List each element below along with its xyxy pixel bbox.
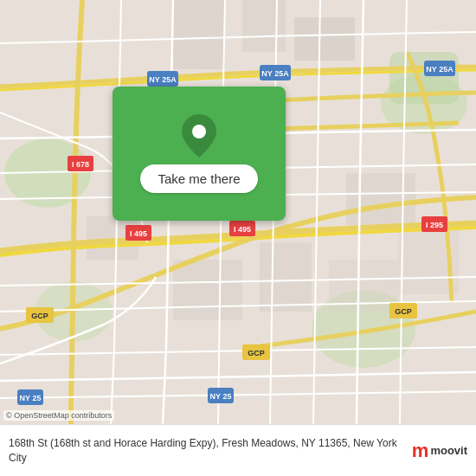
- svg-text:NY 25: NY 25: [210, 392, 232, 401]
- svg-rect-7: [242, 0, 286, 52]
- svg-text:I 295: I 295: [426, 221, 443, 229]
- svg-rect-13: [346, 173, 415, 225]
- svg-text:GCP: GCP: [248, 349, 265, 357]
- svg-point-39: [192, 125, 206, 138]
- moovit-logo: m moovit: [412, 440, 467, 462]
- svg-text:NY 25A: NY 25A: [261, 69, 289, 78]
- location-card: Take me there: [113, 87, 286, 221]
- svg-text:I 678: I 678: [72, 160, 89, 169]
- svg-rect-9: [173, 260, 242, 320]
- location-pin-icon: [182, 114, 216, 156]
- svg-text:GCP: GCP: [31, 312, 48, 320]
- svg-text:I 495: I 495: [130, 229, 147, 238]
- moovit-logo-letter: m: [412, 440, 429, 462]
- svg-text:NY 25: NY 25: [20, 394, 42, 402]
- svg-rect-10: [260, 242, 312, 312]
- svg-rect-6: [173, 0, 225, 69]
- osm-attribution: © OpenStreetMap contributors: [3, 410, 114, 421]
- take-me-there-button[interactable]: Take me there: [140, 164, 257, 193]
- moovit-logo-text: moovit: [430, 444, 467, 457]
- svg-text:NY 25A: NY 25A: [426, 65, 453, 74]
- address-text: 168th St (168th st and Horace Harding Ex…: [9, 437, 397, 464]
- svg-text:NY 25A: NY 25A: [149, 75, 177, 84]
- svg-text:GCP: GCP: [395, 307, 412, 316]
- svg-text:I 495: I 495: [234, 225, 251, 234]
- svg-rect-8: [294, 17, 355, 61]
- map-container: NY 25A NY 25A NY 25A I 678 I 495 I 495 I…: [0, 0, 476, 424]
- info-bar: 168th St (168th st and Horace Harding Ex…: [0, 424, 476, 476]
